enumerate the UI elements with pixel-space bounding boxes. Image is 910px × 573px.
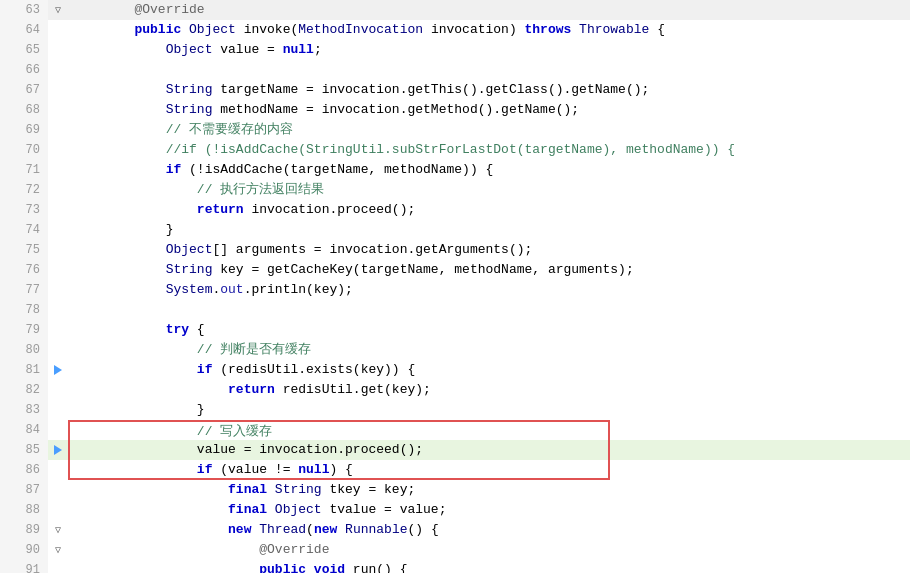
code-content: Object value = null; [68, 40, 910, 60]
table-row: 71 if (!isAddCache(targetName, methodNam… [0, 160, 910, 180]
fold-icon[interactable]: ▽ [55, 4, 61, 16]
code-content [68, 60, 910, 80]
table-row: 75 Object[] arguments = invocation.getAr… [0, 240, 910, 260]
line-number: 69 [0, 120, 48, 140]
table-row: 63▽ @Override [0, 0, 910, 20]
code-content: // 执行方法返回结果 [68, 180, 910, 200]
line-number: 81 [0, 360, 48, 380]
code-content: public void run() { [68, 560, 910, 573]
table-row: 74 } [0, 220, 910, 240]
line-number: 91 [0, 560, 48, 573]
code-lines: 63▽ @Override64 public Object invoke(Met… [0, 0, 910, 573]
table-row: 88 final Object tvalue = value; [0, 500, 910, 520]
code-content: // 不需要缓存的内容 [68, 120, 910, 140]
line-number: 67 [0, 80, 48, 100]
table-row: 89▽ new Thread(new Runnable() { [0, 520, 910, 540]
table-row: 87 final String tkey = key; [0, 480, 910, 500]
line-marker [48, 280, 68, 300]
line-marker [48, 60, 68, 80]
code-content: } [68, 400, 910, 420]
line-marker [48, 560, 68, 573]
line-number: 90 [0, 540, 48, 560]
line-marker [48, 40, 68, 60]
line-marker [48, 120, 68, 140]
line-marker [48, 220, 68, 240]
table-row: 86 if (value != null) { [0, 460, 910, 480]
line-number: 73 [0, 200, 48, 220]
line-marker: ▽ [48, 520, 68, 540]
code-content: try { [68, 320, 910, 340]
line-marker [48, 160, 68, 180]
table-row: 68 String methodName = invocation.getMet… [0, 100, 910, 120]
code-content: @Override [68, 0, 910, 20]
line-marker [48, 380, 68, 400]
code-content: final String tkey = key; [68, 480, 910, 500]
line-number: 89 [0, 520, 48, 540]
table-row: 73 return invocation.proceed(); [0, 200, 910, 220]
line-number: 86 [0, 460, 48, 480]
table-row: 81 if (redisUtil.exists(key)) { [0, 360, 910, 380]
line-number: 78 [0, 300, 48, 320]
line-marker [48, 340, 68, 360]
line-number: 80 [0, 340, 48, 360]
code-content: @Override [68, 540, 910, 560]
code-content: value = invocation.proceed(); [68, 440, 610, 460]
fold-icon[interactable]: ▽ [55, 524, 61, 536]
code-content: // 判断是否有缓存 [68, 340, 910, 360]
line-marker [48, 100, 68, 120]
code-content: String key = getCacheKey(targetName, met… [68, 260, 910, 280]
table-row: 77 System.out.println(key); [0, 280, 910, 300]
line-marker [48, 480, 68, 500]
line-marker [48, 240, 68, 260]
code-content: public Object invoke(MethodInvocation in… [68, 20, 910, 40]
line-number: 87 [0, 480, 48, 500]
table-row: 91 public void run() { [0, 560, 910, 573]
code-content: return invocation.proceed(); [68, 200, 910, 220]
line-number: 70 [0, 140, 48, 160]
table-row: 72 // 执行方法返回结果 [0, 180, 910, 200]
table-row: 78 [0, 300, 910, 320]
line-number: 65 [0, 40, 48, 60]
line-marker [48, 360, 68, 380]
line-number: 77 [0, 280, 48, 300]
line-marker [48, 420, 68, 440]
table-row: 76 String key = getCacheKey(targetName, … [0, 260, 910, 280]
line-marker [48, 400, 68, 420]
code-content: new Thread(new Runnable() { [68, 520, 910, 540]
code-content: String targetName = invocation.getThis()… [68, 80, 910, 100]
line-marker [48, 20, 68, 40]
table-row: 84 // 写入缓存 [0, 420, 910, 440]
table-row: 64 public Object invoke(MethodInvocation… [0, 20, 910, 40]
line-marker [48, 200, 68, 220]
code-content: final Object tvalue = value; [68, 500, 910, 520]
execution-arrow-icon [54, 445, 62, 455]
code-content: if (value != null) { [68, 460, 610, 480]
line-number: 76 [0, 260, 48, 280]
line-marker: ▽ [48, 540, 68, 560]
line-number: 74 [0, 220, 48, 240]
line-number: 84 [0, 420, 48, 440]
table-row: 67 String targetName = invocation.getThi… [0, 80, 910, 100]
table-row: 70 //if (!isAddCache(StringUtil.subStrFo… [0, 140, 910, 160]
table-row: 82 return redisUtil.get(key); [0, 380, 910, 400]
code-content: System.out.println(key); [68, 280, 910, 300]
line-marker [48, 440, 68, 460]
line-number: 88 [0, 500, 48, 520]
code-content: if (redisUtil.exists(key)) { [68, 360, 910, 380]
line-number: 75 [0, 240, 48, 260]
table-row: 80 // 判断是否有缓存 [0, 340, 910, 360]
line-marker: ▽ [48, 0, 68, 20]
line-marker [48, 260, 68, 280]
line-marker [48, 300, 68, 320]
code-content: if (!isAddCache(targetName, methodName))… [68, 160, 910, 180]
code-content: // 写入缓存 [68, 420, 610, 440]
line-marker [48, 80, 68, 100]
line-number: 71 [0, 160, 48, 180]
execution-arrow-icon [54, 365, 62, 375]
table-row: 65 Object value = null; [0, 40, 910, 60]
code-content: //if (!isAddCache(StringUtil.subStrForLa… [68, 140, 910, 160]
line-number: 68 [0, 100, 48, 120]
line-number: 66 [0, 60, 48, 80]
editor-container: 63▽ @Override64 public Object invoke(Met… [0, 0, 910, 573]
fold-icon[interactable]: ▽ [55, 544, 61, 556]
